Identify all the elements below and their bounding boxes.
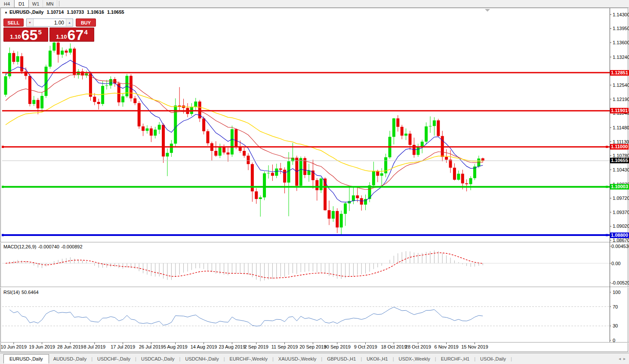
tab-separator: | (224, 356, 225, 361)
tab-separator: | (435, 356, 436, 361)
chart-tab-usdcnh-daily[interactable]: USDCNH-,Daily (181, 355, 223, 363)
timeframe-toolbar: H4D1W1MN (0, 0, 629, 8)
rsi-tick-label: 70 (613, 304, 618, 310)
macd-value-signal: -0.000892 (61, 244, 83, 249)
tab-scroll-right-icon[interactable]: ▸ (623, 356, 626, 361)
price-tick-label: 1.13600 (613, 40, 629, 46)
rsi-value: 50.6464 (22, 290, 39, 295)
tab-separator: | (474, 356, 475, 361)
macd-tick-label: 0.004536 (611, 244, 629, 249)
timeframe-button-d1[interactable]: D1 (14, 0, 29, 8)
timeframe-button-mn[interactable]: MN (43, 0, 57, 7)
collapse-trade-panel-icon[interactable]: ▲ (4, 10, 8, 14)
toolbar-divider (59, 1, 59, 6)
chart-tab-bar: EURUSD-,DailyAUDUSD-,Daily|USDCHF-,Daily… (0, 353, 629, 364)
buy-price-sup: 4 (84, 28, 87, 36)
tab-separator: | (361, 356, 362, 361)
one-click-trade-panel: SELL ▼ 1.00 ▲ BUY 1.10 65 5 1.10 67 4 (3, 18, 96, 42)
buy-price-box[interactable]: 1.10 67 4 (49, 28, 94, 42)
tab-separator: | (393, 356, 394, 361)
macd-value-main: -0.000740 (38, 244, 59, 249)
current-price-label: 1.10655 (610, 158, 629, 163)
tab-separator: | (91, 356, 92, 361)
buy-button[interactable]: BUY (76, 18, 96, 27)
tab-scroll-buttons: ◂▸ (616, 356, 626, 361)
tab-separator: | (272, 356, 274, 361)
rsi-label: RSI(14)50.6464 (3, 290, 40, 295)
chart-tab-ukoil-h1[interactable]: UKOil-,H1 (362, 355, 392, 363)
sell-price-sup: 5 (38, 28, 41, 36)
rsi-tick-label: 0 (613, 338, 615, 343)
price-tick-label: 1.13240 (613, 55, 629, 60)
price-axis: 1.143001.139501.136001.132401.125401.121… (610, 8, 629, 343)
tab-separator: | (511, 356, 512, 361)
macd-label: MACD(12,26,9)-0.000740-0.000892 (3, 244, 84, 249)
chart-tab-usdx-weekly[interactable]: USDX-,Weekly (395, 355, 435, 363)
price-tick-label: 1.14300 (613, 12, 629, 18)
price-tick-label: 1.13950 (613, 26, 629, 31)
timeframe-button-h4[interactable]: H4 (0, 0, 14, 7)
ohlc-close: 1.10655 (107, 9, 124, 15)
chart-tab-audusd-daily[interactable]: AUDUSD-,Daily (49, 355, 91, 363)
rsi-tick-label: 100 (613, 290, 620, 295)
ohlc-open: 1.10714 (46, 9, 64, 15)
price-level-label: 1.11901 (610, 108, 629, 113)
price-tick-label: 1.10430 (613, 167, 629, 173)
price-tick-label: 1.09720 (613, 196, 629, 201)
price-level-label: 1.10003 (610, 184, 629, 190)
tab-separator: | (135, 356, 136, 361)
chart-title: ▲EURUSD-,Daily 1.10714 1.10733 1.10616 1… (4, 9, 126, 15)
sell-price-main: 65 (22, 29, 38, 41)
chart-tab-eurchf-weekly[interactable]: EURCHF-,Weekly (225, 355, 272, 363)
price-tick-label: 1.12540 (613, 83, 629, 88)
volume-input[interactable]: 1.00 (34, 19, 66, 26)
chart-tab-usoil-daily[interactable]: USOil-,Daily (476, 355, 510, 363)
tab-scroll-left-icon[interactable]: ◂ (619, 356, 621, 361)
price-tick-label: 1.09370 (613, 210, 629, 215)
chart-symbol: EURUSD-,Daily (9, 9, 43, 15)
chart-tab-usdcad-daily[interactable]: USDCAD-,Daily (137, 355, 179, 363)
rsi-tick-label: 30 (613, 323, 618, 329)
chart-tab-xauusd-weekly[interactable]: XAUUSD-,Weekly (274, 355, 321, 363)
macd-tick-label: -0.005205 (611, 280, 629, 286)
volume-increase-icon[interactable]: ▲ (66, 19, 73, 26)
price-level-label: 1.12851 (610, 70, 629, 76)
price-tick-label: 1.12190 (613, 97, 629, 102)
price-tick-label: 1.11480 (613, 125, 629, 131)
tab-separator: | (179, 356, 181, 361)
timeframe-button-w1[interactable]: W1 (29, 0, 43, 7)
sell-price-prefix: 1.10 (10, 34, 21, 40)
price-tick-label: 1.09020 (613, 223, 629, 229)
buy-price-main: 67 (68, 29, 84, 41)
chart-tab-usdchf-daily[interactable]: USDCHF-,Daily (93, 355, 135, 363)
chart-canvas[interactable] (0, 0, 629, 364)
sell-button[interactable]: SELL (3, 18, 24, 27)
buy-price-prefix: 1.10 (56, 34, 67, 40)
ohlc-low: 1.10616 (87, 9, 104, 15)
price-level-label: 1.08800 (610, 232, 629, 238)
price-level-label: 1.11000 (610, 144, 629, 150)
volume-spinner: ▼ 1.00 ▲ (26, 18, 73, 27)
sell-price-box[interactable]: 1.10 65 5 (3, 28, 48, 42)
tab-separator: | (321, 356, 322, 361)
chart-tab-eurchf-h1[interactable]: EURCHF-,H1 (437, 355, 474, 363)
chart-tab-eurusd-daily[interactable]: EURUSD-,Daily (3, 354, 49, 364)
chart-shift-icon (485, 9, 490, 12)
chart-tab-gbpusd-h1[interactable]: GBPUSD-,H1 (323, 355, 360, 363)
price-tick-label: 1.08670 (613, 238, 629, 243)
macd-tick-label: 0.00 (611, 261, 620, 266)
volume-decrease-icon[interactable]: ▼ (27, 19, 34, 26)
ohlc-high: 1.10733 (67, 9, 84, 15)
